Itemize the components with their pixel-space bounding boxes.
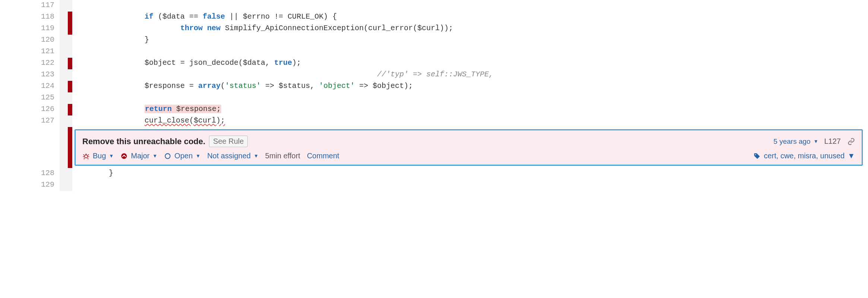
issue-age[interactable]: 5 years ago ▼	[773, 137, 818, 146]
gutter	[60, 35, 72, 46]
code-line: 128 }	[0, 168, 868, 180]
line-number: 129	[0, 180, 60, 191]
issue-status-selector[interactable]: Open ▼	[164, 152, 200, 160]
code-line: 119 throw new Simplify_ApiConnectionExce…	[0, 23, 868, 35]
issue-severity-label: Major	[131, 152, 149, 160]
coverage-marker	[68, 12, 72, 23]
chevron-down-icon: ▼	[152, 153, 157, 159]
issue-type-label: Bug	[93, 152, 106, 160]
chevron-down-icon: ▼	[254, 153, 259, 159]
line-number: 120	[0, 35, 60, 46]
code-line: 123 //'typ' => self::JWS_TYPE,	[0, 69, 868, 81]
issue-row: Remove this unreachable code. See Rule 5…	[0, 127, 868, 168]
line-number: 125	[0, 92, 60, 104]
line-number: 119	[0, 23, 60, 35]
code-content: }	[72, 168, 868, 180]
chevron-down-icon: ▼	[848, 152, 855, 160]
issue-severity-selector[interactable]: Major ▼	[120, 152, 157, 160]
gutter	[60, 115, 72, 127]
code-line: 126 return $response;	[0, 104, 868, 115]
line-number-blank	[0, 127, 60, 168]
svg-point-2	[165, 153, 170, 158]
code-line: 124 $response = array('status' => $statu…	[0, 81, 868, 92]
line-number: 127	[0, 115, 60, 127]
line-number: 124	[0, 81, 60, 92]
issue-age-text: 5 years ago	[773, 137, 810, 146]
code-content: throw new Simplify_ApiConnectionExceptio…	[72, 23, 868, 35]
code-content: if ($data == false || $errno != CURLE_OK…	[72, 12, 868, 23]
code-content: }	[72, 35, 868, 46]
code-line: 129	[0, 180, 868, 191]
gutter	[60, 58, 72, 69]
chevron-down-icon: ▼	[814, 139, 818, 144]
permalink-icon[interactable]	[848, 138, 855, 145]
gutter	[60, 0, 72, 12]
line-number: 126	[0, 104, 60, 115]
code-line: 118 if ($data == false || $errno != CURL…	[0, 12, 868, 23]
code-content: curl_close($curl);	[72, 115, 868, 127]
issue-tags-selector[interactable]: cert, cwe, misra, unused ▼	[753, 152, 855, 160]
gutter	[60, 69, 72, 81]
code-content: $response = array('status' => $status, '…	[72, 81, 868, 92]
tail-code-area: 128 }129	[0, 168, 868, 191]
coverage-marker	[68, 81, 72, 92]
issue-status-label: Open	[174, 152, 193, 160]
issue-effort: 5min effort	[265, 152, 300, 160]
gutter	[60, 23, 72, 35]
svg-point-3	[755, 154, 756, 155]
code-line: 127 curl_close($curl);	[0, 115, 868, 127]
bug-icon	[82, 152, 90, 160]
code-line: 117	[0, 0, 868, 12]
issue-comment-link[interactable]: Comment	[307, 152, 339, 160]
chevron-down-icon: ▼	[109, 153, 114, 159]
gutter	[60, 92, 72, 104]
code-content	[72, 92, 868, 104]
line-number: 121	[0, 46, 60, 58]
line-number: 118	[0, 12, 60, 23]
see-rule-button[interactable]: See Rule	[209, 136, 248, 147]
gutter	[60, 180, 72, 191]
issue-tags-label: cert, cwe, misra, unused	[764, 152, 845, 160]
status-open-icon	[164, 152, 171, 160]
tag-icon	[753, 152, 761, 160]
line-number: 117	[0, 0, 60, 12]
code-area: 117118 if ($data == false || $errno != C…	[0, 0, 868, 127]
severity-major-icon	[120, 152, 128, 160]
gutter	[60, 127, 72, 168]
coverage-marker	[68, 58, 72, 69]
issue-line-ref: L127	[824, 137, 841, 146]
gutter	[60, 12, 72, 23]
gutter	[60, 46, 72, 58]
gutter	[60, 81, 72, 92]
svg-point-0	[85, 155, 88, 158]
code-line: 125	[0, 92, 868, 104]
code-content: $object = json_decode($data, true);	[72, 58, 868, 69]
code-content: return $response;	[72, 104, 868, 115]
coverage-marker	[68, 104, 72, 115]
code-content	[72, 180, 868, 191]
gutter	[60, 168, 72, 180]
coverage-marker	[68, 127, 72, 168]
code-line: 122 $object = json_decode($data, true);	[0, 58, 868, 69]
issue-title: Remove this unreachable code.	[82, 137, 205, 146]
code-line: 121	[0, 46, 868, 58]
code-content	[72, 46, 868, 58]
gutter	[60, 104, 72, 115]
coverage-marker	[68, 23, 72, 35]
code-content	[72, 0, 868, 12]
issue-type-selector[interactable]: Bug ▼	[82, 152, 114, 160]
issue-box: Remove this unreachable code. See Rule 5…	[75, 129, 863, 166]
line-number: 122	[0, 58, 60, 69]
svg-point-1	[121, 153, 127, 159]
code-line: 120 }	[0, 35, 868, 46]
line-number: 123	[0, 69, 60, 81]
chevron-down-icon: ▼	[196, 153, 200, 159]
issue-assignee-label: Not assigned	[207, 152, 251, 160]
line-number: 128	[0, 168, 60, 180]
code-content: //'typ' => self::JWS_TYPE,	[72, 69, 868, 81]
issue-assignee-selector[interactable]: Not assigned ▼	[207, 152, 259, 160]
